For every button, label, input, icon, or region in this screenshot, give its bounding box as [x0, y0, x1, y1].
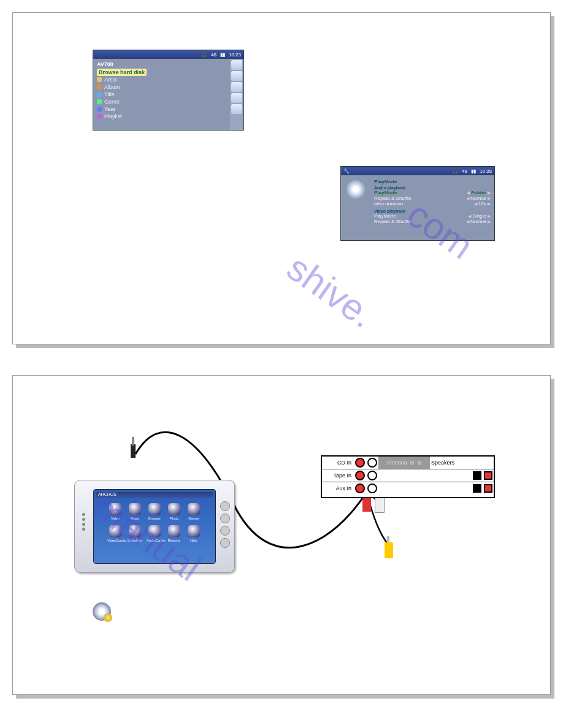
browser-menu: AV700 Browse hard disk Artist Album Titl… [93, 59, 243, 123]
speaker-post[interactable] [473, 484, 481, 493]
menu-item-year[interactable]: Year [97, 105, 240, 113]
archos-device: ARCHOS Video Music Browser Photo Games V… [74, 480, 235, 573]
home-icon-music[interactable]: Music [127, 503, 143, 520]
settings-titlebar: 🔧 🎧 48 ▮▮ 10 28 [341, 167, 494, 175]
speaker-post[interactable] [473, 471, 481, 480]
cd-in-jack-l[interactable] [367, 458, 377, 468]
sidebar-button[interactable] [231, 82, 242, 92]
side-buttons[interactable] [220, 499, 231, 550]
sidebar-button[interactable] [231, 93, 242, 103]
home-icon-audiocorder[interactable]: AudioCorder [147, 525, 163, 542]
tape-in-jack-r[interactable] [355, 471, 365, 480]
menu-item-title[interactable]: Title [97, 91, 240, 98]
antenna-section: Antenna⊕⊕ [378, 457, 430, 469]
clock-value: 10 28 [480, 169, 492, 174]
svg-rect-1 [132, 437, 134, 446]
amplifier-back-panel: CD In Antenna⊕⊕ Speakers Tape In Aux In [321, 455, 495, 498]
sidebar-button[interactable] [231, 60, 242, 70]
home-icon-scheduler[interactable]: Scheduler [127, 525, 143, 542]
aux-in-label: Aux In [322, 485, 354, 491]
home-icon-browser[interactable]: Browser [147, 503, 163, 520]
speaker-post[interactable] [484, 471, 492, 480]
home-icon-videocorder[interactable]: VideoCorder [107, 525, 123, 542]
home-icon-photo[interactable]: Photo [166, 503, 182, 520]
wrench-icon: 🔧 [343, 169, 350, 174]
sidebar-button[interactable] [231, 71, 242, 81]
cd-in-jack-r[interactable] [355, 458, 365, 468]
browser-sidebar [230, 59, 243, 130]
rca-plug-white [375, 496, 385, 513]
music-browser-screen: 🎧 48 ▮▮ 10:23 AV700 Browse hard disk Art… [93, 50, 244, 131]
menu-item-album[interactable]: Album [97, 83, 240, 91]
clock-value: 10:23 [229, 52, 241, 58]
battery-icon: ▮▮ [471, 169, 476, 174]
home-icon-games[interactable]: Games [186, 503, 202, 520]
home-icon-help[interactable]: Help [186, 525, 202, 542]
tape-in-label: Tape In [322, 472, 354, 479]
headphone-icon: 🎧 [201, 52, 207, 58]
menu-item-playlist[interactable]: Playlist [97, 113, 240, 120]
battery-icon: ▮▮ [220, 52, 225, 58]
menu-item-artist[interactable]: Artist [97, 76, 240, 83]
setting-row-playmode-video[interactable]: PlayMode ◀ Single ▶ [374, 213, 491, 219]
headphone-icon: 🎧 [452, 169, 458, 174]
settings-heading: PlayMode [374, 179, 491, 184]
browser-title: AV700 [97, 61, 240, 69]
setting-row-repeat-video[interactable]: Repeat & Shuffle ◀ Normal ▶ [374, 219, 491, 224]
sidebar-button[interactable] [231, 104, 242, 114]
speakers-label: Speakers [430, 460, 456, 466]
watermark-text: shive. [279, 246, 382, 336]
home-icon-resume[interactable]: Resume [166, 525, 182, 542]
setting-row-repeat-audio[interactable]: Repeat & Shuffle ◀ Normal ▶ [374, 195, 491, 201]
svg-rect-0 [131, 444, 136, 458]
battery-value: 48 [462, 169, 467, 174]
browser-titlebar: 🎧 48 ▮▮ 10:23 [93, 50, 243, 59]
setting-row-intro[interactable]: Intro duration ◀ 10s ▶ [374, 201, 491, 207]
audio-section-label: Audio playback [374, 186, 491, 190]
playmode-settings-screen: 🔧 🎧 48 ▮▮ 10 28 PlayMode Audio playback … [340, 166, 495, 241]
setting-row-playmode-audio[interactable]: PlayMode ◀ Folder ▶ [374, 190, 491, 195]
cd-in-label: CD In [322, 460, 354, 466]
speaker-post[interactable] [484, 484, 492, 493]
rca-plug-yellow [385, 542, 393, 558]
menu-item-genre[interactable]: Genre [97, 98, 240, 105]
cd-icon [345, 179, 366, 200]
home-icon-video[interactable]: Video [107, 503, 123, 520]
tape-in-jack-l[interactable] [367, 471, 377, 480]
aux-in-jack-l[interactable] [367, 483, 377, 493]
cd-check-icon [93, 602, 111, 621]
device-brand: ARCHOS [96, 492, 213, 498]
dpad[interactable] [79, 511, 88, 536]
browser-highlight[interactable]: Browse hard disk [97, 69, 147, 76]
aux-in-jack-r[interactable] [355, 483, 365, 493]
battery-value: 48 [211, 52, 216, 58]
video-section-label: Video playback [374, 209, 491, 213]
